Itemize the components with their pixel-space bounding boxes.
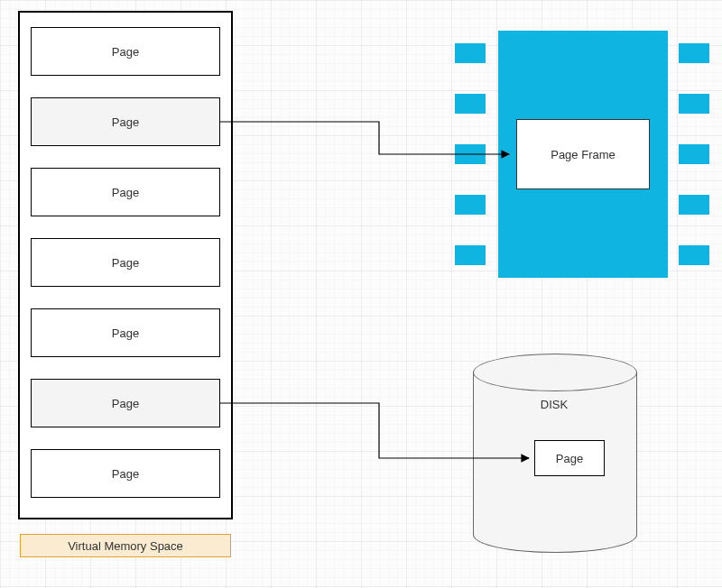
disk-page: Page (534, 440, 605, 476)
page-frame: Page Frame (516, 119, 650, 189)
vm-page-label: Page (112, 45, 139, 59)
ram-pin (455, 43, 486, 63)
vm-page-label: Page (112, 115, 139, 129)
virtual-memory-title: Virtual Memory Space (68, 539, 183, 553)
vm-page-label: Page (112, 186, 139, 199)
disk-title: DISK (473, 393, 635, 415)
page-frame-label: Page Frame (551, 148, 616, 161)
ram-pin (455, 94, 486, 114)
vm-page-label: Page (112, 397, 139, 410)
vm-page-2: Page (31, 168, 220, 216)
ram-pin (679, 43, 709, 63)
ram-pin (679, 144, 709, 164)
disk-title-text: DISK (541, 398, 568, 411)
ram-pin (455, 245, 486, 265)
ram-pin (679, 245, 709, 265)
virtual-memory-label: Virtual Memory Space (20, 534, 231, 557)
vm-page-label: Page (112, 256, 139, 270)
vm-page-3: Page (31, 238, 220, 287)
vm-page-4: Page (31, 308, 220, 357)
vm-page-label: Page (112, 467, 139, 481)
ram-pin (455, 144, 486, 164)
vm-page-6: Page (31, 449, 220, 498)
ram-pin (679, 195, 709, 215)
vm-page-0: Page (31, 27, 220, 76)
ram-pin (679, 94, 709, 114)
vm-page-label: Page (112, 326, 139, 340)
ram-pin (455, 195, 486, 215)
disk-page-label: Page (556, 452, 583, 465)
vm-page-1: Page (31, 97, 220, 146)
vm-page-5: Page (31, 379, 220, 427)
